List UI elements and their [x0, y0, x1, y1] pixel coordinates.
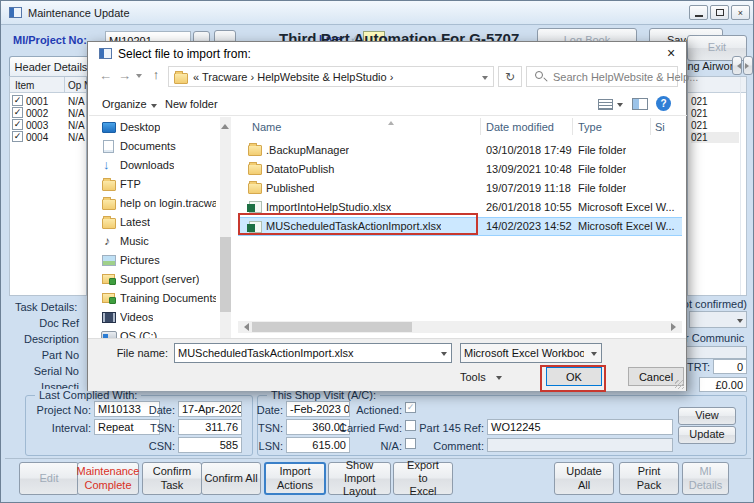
update-button[interactable]: Update	[678, 426, 736, 444]
print-pack-button[interactable]: Print Pack	[619, 462, 679, 495]
file-row[interactable]: Published 19/07/2019 11:18 File folder	[238, 179, 682, 198]
na-checkbox[interactable]	[405, 438, 416, 449]
chevron-down-icon[interactable]	[591, 352, 597, 359]
help-icon[interactable]: ?	[656, 96, 671, 111]
tree-item-training-documents[interactable]: Training Documents (server)	[92, 289, 220, 308]
up-icon[interactable]: ↑	[146, 66, 166, 83]
update-all-button[interactable]: Update All	[554, 462, 614, 495]
shared-folder-icon	[102, 293, 115, 303]
task-details-title: Task Details:	[15, 301, 77, 313]
list-horizontal-scrollbar[interactable]	[238, 321, 682, 333]
tab-header-details[interactable]: Header Details	[9, 56, 93, 76]
edit-button[interactable]: Edit	[19, 462, 79, 495]
nav-history-chevron-icon[interactable]	[136, 74, 142, 81]
tree-item-music[interactable]: ♪Music	[92, 232, 220, 251]
actioned-checkbox[interactable]: ✓	[405, 402, 416, 413]
row-checkbox[interactable]: ✓	[12, 119, 23, 130]
col-item: Item	[15, 80, 34, 91]
view-button[interactable]: View	[678, 407, 736, 425]
view-mode-icon[interactable]	[598, 99, 613, 110]
sv-date-field[interactable]: -Feb-2023 00:	[286, 401, 350, 417]
dialog-close-button[interactable]: ×	[654, 42, 688, 64]
confirm-all-button[interactable]: Confirm All	[201, 462, 261, 495]
address-bar[interactable]: « Tracware › HelpWebsite & HelpStudio ›	[168, 66, 494, 87]
scrollbar-thumb[interactable]	[252, 322, 412, 332]
breadcrumb[interactable]: « Tracware › HelpWebsite & HelpStudio ›	[193, 71, 473, 83]
col-name[interactable]: Name	[252, 121, 281, 133]
lc-date-field[interactable]: 17-Apr-2020	[178, 401, 242, 417]
organize-menu[interactable]: Organize	[102, 98, 147, 110]
lc-tsn-field[interactable]: 311.76	[178, 419, 242, 435]
sv-date-label: Date:	[251, 404, 283, 416]
shared-folder-icon	[102, 274, 115, 284]
scroll-up-icon[interactable]	[221, 120, 229, 129]
back-icon[interactable]: ←	[97, 67, 114, 84]
search-box[interactable]: Search HelpWebsite & Help...	[526, 66, 678, 87]
chevron-down-icon[interactable]	[482, 76, 488, 83]
ok-button[interactable]: OK	[546, 367, 602, 386]
lc-csn-field[interactable]: 585	[178, 437, 242, 453]
scroll-left-icon[interactable]	[240, 323, 249, 331]
maximize-button[interactable]	[710, 5, 729, 20]
tree-item-videos[interactable]: Videos	[92, 308, 220, 327]
resize-grip[interactable]	[675, 380, 684, 389]
status-combobox[interactable]	[689, 311, 747, 328]
col-divider[interactable]	[650, 118, 651, 135]
tree-item-desktop[interactable]: Desktop	[92, 118, 220, 137]
maintenance-complete-button[interactable]: Maintenance Complete	[77, 462, 139, 495]
show-import-layout-button[interactable]: Show Import Layout	[328, 462, 391, 495]
tree-item-documents[interactable]: Documents	[92, 137, 220, 156]
row-checkbox[interactable]: ✓	[12, 131, 23, 142]
tree-item-ftp[interactable]: FTP	[92, 175, 220, 194]
chevron-down-icon[interactable]	[441, 352, 447, 359]
minimize-button[interactable]	[689, 5, 708, 20]
sv-lsn-field[interactable]: 615.00	[286, 437, 350, 453]
file-row[interactable]: DatatoPublish 13/09/2021 10:48 File fold…	[238, 160, 682, 179]
col-divider[interactable]	[480, 118, 481, 135]
row-checkbox[interactable]: ✓	[12, 107, 23, 118]
folder-icon	[248, 164, 262, 175]
tree-item-support-server[interactable]: Support (server)	[92, 270, 220, 289]
tab-scroll-left-button[interactable]	[732, 56, 742, 75]
col-divider[interactable]	[572, 118, 573, 135]
cost-field[interactable]: £0.00	[699, 377, 747, 392]
mi-details-button[interactable]: MI Details	[682, 462, 729, 495]
tree-item-pictures[interactable]: Pictures	[92, 251, 220, 270]
folder-icon	[102, 199, 116, 210]
window-title: Maintenance Update	[28, 7, 130, 19]
file-name-combobox[interactable]: MUScheduledTaskActionImport.xlsx	[174, 343, 452, 363]
tree-item-downloads[interactable]: ↓Downloads	[92, 156, 220, 175]
communication-field[interactable]	[685, 346, 747, 359]
view-mode-chevron-icon[interactable]	[617, 103, 623, 110]
col-size[interactable]: Si	[655, 121, 665, 133]
close-button[interactable]: ×	[731, 5, 750, 20]
trt-field[interactable]: 0	[713, 359, 747, 374]
tools-menu[interactable]: Tools	[460, 371, 486, 383]
col-type[interactable]: Type	[578, 121, 602, 133]
forward-icon[interactable]: →	[116, 67, 133, 84]
tree-item-help-login[interactable]: help on login.tracware.co.uk	[92, 194, 220, 213]
scroll-right-icon[interactable]	[671, 323, 680, 331]
carried-fwd-checkbox[interactable]	[405, 420, 416, 431]
preview-pane-icon[interactable]	[632, 98, 648, 110]
export-to-excel-button[interactable]: Export to Excel	[393, 462, 453, 495]
title-bar[interactable]: Maintenance Update ×	[1, 1, 754, 25]
row-checkbox[interactable]: ✓	[12, 95, 23, 106]
confirm-task-button[interactable]: Confirm Task	[142, 462, 202, 495]
comment-field[interactable]	[487, 438, 673, 452]
folder-icon	[102, 180, 116, 191]
part145-field[interactable]: WO12245	[487, 419, 673, 435]
new-folder-button[interactable]: New folder	[165, 98, 218, 110]
tree-item-latest[interactable]: Latest	[92, 213, 220, 232]
file-row-selected[interactable]: MUScheduledTaskActionImport.xlsx 14/02/2…	[238, 217, 682, 236]
file-row[interactable]: .BackupManager 03/10/2018 17:49 File fol…	[238, 141, 682, 160]
refresh-button[interactable]: ↻	[498, 66, 522, 87]
import-actions-button[interactable]: Import Actions	[264, 462, 326, 495]
file-row[interactable]: ImportIntoHelpStudio.xlsx 26/01/2018 10:…	[238, 198, 682, 217]
table-cell-fragment: 021	[691, 108, 708, 119]
scrollbar-thumb[interactable]	[220, 237, 231, 312]
col-date-modified[interactable]: Date modified	[486, 121, 554, 133]
file-type-combobox[interactable]: Microsoft Excel Workbook (*.xl	[460, 343, 602, 363]
close-icon: ×	[667, 45, 675, 61]
tab-scroll-right-button[interactable]	[743, 56, 753, 75]
